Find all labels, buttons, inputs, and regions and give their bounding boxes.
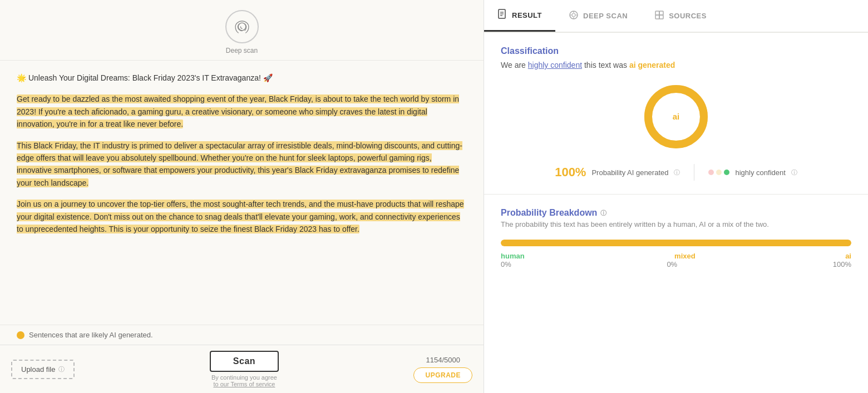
tab-sources-label: SOURCES <box>669 12 707 20</box>
donut-container: ai <box>501 81 851 153</box>
confidence-label: highly confident <box>735 168 785 177</box>
bar-label-ai: ai <box>845 252 851 260</box>
stats-row: 100% Probability AI generated ⓘ highly c… <box>501 164 851 181</box>
bar-pct-row: 0% 0% 100% <box>501 260 851 268</box>
scan-button[interactable]: Scan <box>210 351 279 372</box>
conf-dot-green <box>724 170 729 175</box>
article-title: 🌟 Unleash Your Digital Dreams: Black Fri… <box>17 72 467 84</box>
left-panel: Deep scan 🌟 Unleash Your Digital Dreams:… <box>0 0 484 393</box>
donut-chart: ai <box>640 81 712 153</box>
donut-center-text: ai <box>673 112 680 121</box>
bar-fill-ai <box>501 240 851 246</box>
right-panel: RESULT DEEP SCAN <box>484 0 868 393</box>
tab-deep-scan[interactable]: DEEP SCAN <box>555 0 641 32</box>
bar-track <box>501 240 851 246</box>
fingerprint-svg <box>233 17 251 36</box>
scan-section: Scan By continuing you agree to our Term… <box>210 351 279 387</box>
svg-rect-12 <box>659 11 663 15</box>
tabs-header: RESULT DEEP SCAN <box>484 0 868 33</box>
ai-pct: 100% <box>833 260 851 268</box>
confidence-info-icon[interactable]: ⓘ <box>791 168 797 177</box>
upload-file-button[interactable]: Upload file ⓘ <box>11 360 75 379</box>
word-count-text: 1154/5000 <box>426 356 460 364</box>
tab-sources[interactable]: SOURCES <box>641 0 720 32</box>
svg-rect-13 <box>655 15 659 19</box>
bottom-bar: Upload file ⓘ Scan By continuing you agr… <box>0 345 484 393</box>
subtitle-prefix: We are <box>501 61 526 69</box>
upgrade-button[interactable]: UPGRADE <box>413 367 472 383</box>
tab-deep-scan-label: DEEP SCAN <box>583 12 628 20</box>
result-tab-icon <box>497 9 507 21</box>
result-content: Classification We are highly confident t… <box>484 33 868 195</box>
probability-label: Probability AI generated <box>591 168 668 177</box>
svg-point-6 <box>572 13 575 17</box>
tab-result[interactable]: RESULT <box>484 0 555 32</box>
bar-label-mixed: mixed <box>674 252 696 260</box>
mixed-pct: 0% <box>667 260 677 268</box>
breakdown-section: Probability Breakdown ⓘ The probability … <box>484 195 868 291</box>
classification-subtitle: We are highly confident this text was ai… <box>501 61 851 69</box>
svg-rect-14 <box>659 15 663 19</box>
deep-scan-tab-icon <box>569 10 579 22</box>
upload-info-icon: ⓘ <box>58 365 65 374</box>
scan-terms-link[interactable]: to our Terms of service <box>213 381 275 387</box>
sources-tab-icon <box>654 10 664 22</box>
deep-scan-header: Deep scan <box>0 0 484 61</box>
bar-labels: human mixed ai <box>501 252 851 260</box>
paragraph-1-highlighted: Get ready to be dazzled as the most awai… <box>17 94 459 128</box>
conf-dot-red <box>708 170 714 175</box>
upload-file-label: Upload file <box>21 365 55 374</box>
conf-dot-yellow <box>716 170 722 175</box>
ai-indicator-text: Sentences that are likely AI generated. <box>29 331 153 339</box>
bar-label-human: human <box>501 252 525 260</box>
svg-rect-11 <box>655 11 659 15</box>
ai-dot <box>17 331 24 339</box>
subtitle-result: ai generated <box>629 61 675 69</box>
scan-terms: By continuing you agree to our Terms of … <box>211 374 277 387</box>
fingerprint-icon <box>225 10 259 43</box>
stats-divider <box>694 164 694 181</box>
scan-terms-line1: By continuing you agree <box>211 374 277 381</box>
paragraph-1: Get ready to be dazzled as the most awai… <box>17 93 467 130</box>
classification-title: Classification <box>501 46 851 56</box>
breakdown-title: Probability Breakdown ⓘ <box>501 208 851 218</box>
probability-info-icon[interactable]: ⓘ <box>674 168 680 177</box>
confidence-dots <box>708 170 729 175</box>
bar-container: human mixed ai 0% 0% 100% <box>501 240 851 268</box>
paragraph-3-highlighted: Join us on a journey to uncover the top-… <box>17 200 464 233</box>
word-count-section: 1154/5000 UPGRADE <box>413 356 472 383</box>
text-content-area[interactable]: 🌟 Unleash Your Digital Dreams: Black Fri… <box>0 61 484 325</box>
paragraph-2: This Black Friday, the IT industry is pr… <box>17 140 467 190</box>
ai-indicator-row: Sentences that are likely AI generated. <box>0 325 484 345</box>
deep-scan-label: Deep scan <box>226 47 258 54</box>
paragraph-3: Join us on a journey to uncover the top-… <box>17 198 467 235</box>
breakdown-title-text: Probability Breakdown <box>501 208 597 218</box>
subtitle-middle: this text was <box>584 61 627 69</box>
probability-value: 100% <box>555 165 586 180</box>
paragraph-2-highlighted: This Black Friday, the IT industry is pr… <box>17 141 462 187</box>
subtitle-confidence: highly confident <box>528 61 582 69</box>
tab-result-label: RESULT <box>512 11 542 19</box>
breakdown-info-icon[interactable]: ⓘ <box>600 209 606 217</box>
human-pct: 0% <box>501 260 511 268</box>
breakdown-subtitle: The probability this text has been entir… <box>501 220 851 228</box>
